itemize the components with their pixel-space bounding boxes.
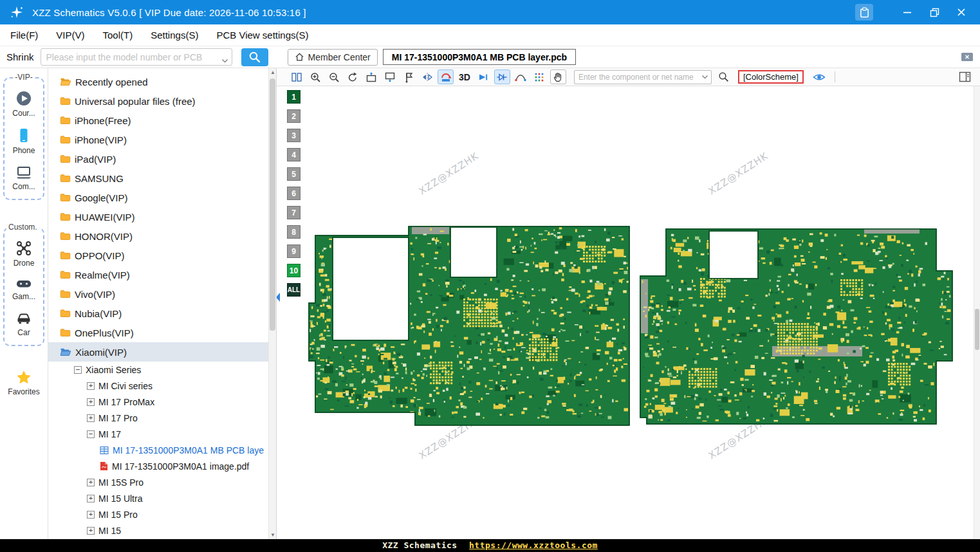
rail-item-phone[interactable]: Phone [5,127,43,155]
tree-item-mi-17-promax[interactable]: +MI 17 ProMax [48,394,276,410]
expand-plus-icon[interactable]: + [87,398,95,406]
maximize-icon[interactable] [925,4,944,21]
board-bottom-icon[interactable] [382,69,398,84]
layer-button-4[interactable]: 4 [287,148,300,161]
rail-item-drone[interactable]: Drone [5,240,43,268]
tree-item-mi-15s-pro[interactable]: +MI 15S Pro [48,474,276,490]
rail-item-com[interactable]: Com... [5,165,43,191]
tree-scrollbar-thumb[interactable] [270,78,275,331]
close-icon[interactable] [952,4,971,21]
layer-button-7[interactable]: 7 [287,206,300,219]
tree-scrollbar[interactable]: ▲ ▼ [268,68,276,539]
dots-grid-icon[interactable] [532,69,548,84]
rail-item-gam[interactable]: Gam... [5,277,43,301]
measure-curve-icon[interactable] [513,69,529,84]
net-search-magnifier-icon[interactable] [718,71,729,82]
chevron-down-icon[interactable] [701,74,708,80]
close-file-icon[interactable] [961,51,974,62]
colorscheme-button[interactable]: [ColorScheme] [738,70,804,84]
tree-item-nubia-vip[interactable]: Nubia(VIP) [48,304,276,323]
scroll-down-icon[interactable]: ▼ [269,532,277,538]
tree-item-iphone-vip[interactable]: iPhone(VIP) [48,130,276,149]
tree-item-mi-15-pro[interactable]: +MI 15 Pro [48,506,276,522]
canvas-scrollbar[interactable] [974,86,980,539]
model-search-input[interactable] [41,52,232,62]
member-center-button[interactable]: Member Center [288,49,378,66]
search-button[interactable] [241,48,268,66]
tree-item-recently-opened[interactable]: Recently opened [48,72,276,91]
flip-color-icon[interactable] [438,69,454,84]
expand-plus-icon[interactable]: + [87,479,95,486]
expand-plus-icon[interactable]: + [87,382,95,390]
favorites-button[interactable]: Favorites [8,369,39,396]
expand-plus-icon[interactable]: + [87,495,95,502]
expand-plus-icon[interactable]: + [87,511,95,519]
clipboard-icon[interactable] [855,4,873,21]
zoom-out-icon[interactable] [326,69,342,84]
tree-item-realme-vip[interactable]: Realme(VIP) [48,265,276,284]
zoom-in-icon[interactable] [307,69,323,84]
layer-button-all[interactable]: ALL [287,283,300,297]
layer-button-5[interactable]: 5 [287,167,300,181]
tree-item-vivo-vip[interactable]: Vivo(VIP) [48,284,276,304]
menu-item-file-f[interactable]: File(F) [10,30,38,41]
pan-hand-icon[interactable] [550,69,566,84]
eye-icon[interactable] [813,72,826,82]
minimize-icon[interactable] [898,4,917,21]
tree-item-mi-17-1351000p3m0a1-mb-pcb-laye[interactable]: MI 17-1351000P3M0A1 MB PCB laye [48,442,276,458]
collapse-minus-icon[interactable]: − [74,366,82,374]
tree-item-mi-15[interactable]: +MI 15 [48,522,276,538]
tree-item-oneplus-vip[interactable]: OnePlus(VIP) [48,323,276,342]
canvas-scrollbar-thumb[interactable] [975,309,979,350]
tree-item-google-vip[interactable]: Google(VIP) [48,188,276,207]
tree-item-samsung[interactable]: SAMSUNG [48,169,276,188]
rail-item-cour[interactable]: Cour... [5,90,43,118]
collapse-minus-icon[interactable]: − [87,430,95,438]
tree-item-xiaomi-vip[interactable]: Xiaomi(VIP) [48,342,276,362]
tree-item-mi-15-ultra[interactable]: +MI 15 Ultra [48,490,276,506]
split-view-icon[interactable] [288,69,304,84]
menu-item-settings-s[interactable]: Settings(S) [151,30,198,41]
menu-item-vip-v[interactable]: VIP(V) [56,30,84,41]
board-top-icon[interactable] [363,69,379,84]
pcb-canvas[interactable]: XZZ@XZZHKXZZ@XZZHKXZZ@XZZHKXZZ@XZZHK [277,86,980,539]
open-file-tab[interactable]: MI 17-1351000P3M0A1 MB PCB layer.pcb [383,49,576,65]
net-search-input[interactable] [575,73,701,82]
tree-item-mi-17-1351000p3m0a1-image-pdf[interactable]: MI 17-1351000P3M0A1 image.pdf [48,458,276,474]
layer-button-1[interactable]: 1 [287,90,300,104]
menu-item-pcb-view-settings-s[interactable]: PCB View settings(S) [216,30,308,41]
layer-button-9[interactable]: 9 [287,244,300,258]
tree-item-honor-vip[interactable]: HONOR(VIP) [48,226,276,246]
tree-item-xiaomi-series[interactable]: −Xiaomi Series [48,362,276,378]
layer-button-3[interactable]: 3 [287,129,300,142]
layer-button-2[interactable]: 2 [287,109,300,123]
tree-collapse-handle[interactable] [277,291,281,304]
mirror-horizontal-icon[interactable] [419,69,435,84]
expand-plus-icon[interactable]: + [87,527,95,535]
probe-icon[interactable] [400,69,416,84]
status-url-link[interactable]: https://www.xzztools.com [469,540,598,550]
tree-item-universal-popular-files-free[interactable]: Universal popular files (free) [48,91,276,111]
jump-arrow-icon[interactable] [476,69,492,84]
tree-item-mi-17-pro[interactable]: +MI 17 Pro [48,410,276,426]
expand-plus-icon[interactable]: + [87,414,95,422]
layer-button-8[interactable]: 8 [287,225,300,239]
3d-view-button[interactable]: 3D [459,72,470,82]
rail-item-car[interactable]: Car [5,311,43,337]
panel-toggle-icon[interactable] [959,71,971,82]
layer-button-6[interactable]: 6 [287,187,300,200]
tree-item-huawei-vip[interactable]: HUAWEI(VIP) [48,207,276,226]
tree-item-mi-civi-series[interactable]: +MI Civi series [48,378,276,394]
diode-icon[interactable] [494,69,510,84]
chevron-down-icon[interactable] [221,55,228,66]
menu-item-tool-t[interactable]: Tool(T) [103,30,133,41]
window-title: XZZ Schematics V5.0.6 [ VIP Due date: 20… [32,7,306,18]
rotate-icon[interactable] [344,69,360,84]
layer-button-10[interactable]: 10 [287,264,300,277]
tree-item-oppo-vip[interactable]: OPPO(VIP) [48,246,276,265]
shrink-button[interactable]: Shrink [6,51,34,62]
tree-item-iphone-free[interactable]: iPhone(Free) [48,111,276,130]
tree-item-ipad-vip[interactable]: iPad(VIP) [48,149,276,169]
tree-item-mi-17[interactable]: −MI 17 [48,426,276,442]
scroll-up-icon[interactable]: ▲ [269,69,277,75]
